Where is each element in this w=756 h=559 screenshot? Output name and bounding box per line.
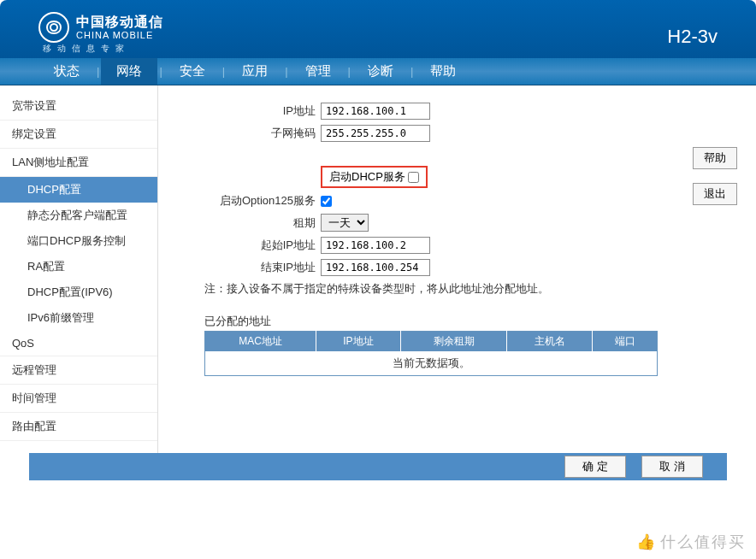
allocated-table: MAC地址IP地址剩余租期主机名端口 当前无数据项。 <box>204 331 658 376</box>
cancel-button[interactable]: 取 消 <box>641 456 703 478</box>
nav-item-3[interactable]: 应用 <box>227 58 283 85</box>
brand-en: CHINA MOBILE <box>76 30 163 40</box>
nav-item-5[interactable]: 诊断 <box>352 58 409 85</box>
sidebar-broadband[interactable]: 宽带设置 <box>0 92 157 121</box>
lease-label: 租期 <box>167 215 321 231</box>
option125-checkbox[interactable] <box>321 196 332 207</box>
brand-cn: 中国移动通信 <box>76 15 163 30</box>
sidebar-route[interactable]: 路由配置 <box>0 413 157 441</box>
model-label: H2-3v <box>667 26 718 48</box>
ok-button[interactable]: 确 定 <box>564 456 626 478</box>
dhcp-enable-label: 启动DHCP服务 <box>329 169 405 185</box>
start-ip-label: 起始IP地址 <box>167 238 321 253</box>
sidebar-lan-sub-2[interactable]: 端口DHCP服务控制 <box>0 228 157 254</box>
nav-item-2[interactable]: 安全 <box>164 58 221 85</box>
sidebar: 宽带设置 绑定设置 LAN侧地址配置 DHCP配置静态分配客户端配置端口DHCP… <box>0 85 158 453</box>
sidebar-remote[interactable]: 远程管理 <box>0 356 157 385</box>
sidebar-time[interactable]: 时间管理 <box>0 385 157 413</box>
nav-item-0[interactable]: 状态 <box>38 58 95 85</box>
note-text: 注：接入设备不属于指定的特殊设备类型时，将从此地址池分配地址。 <box>204 281 739 297</box>
brand-sub: 移动信息专家 <box>43 43 130 55</box>
sidebar-binding[interactable]: 绑定设置 <box>0 121 157 149</box>
main-nav: 状态|网络|安全|应用|管理|诊断|帮助 <box>0 58 756 85</box>
lease-select[interactable]: 一天 <box>321 214 369 232</box>
sidebar-lan-sub-0[interactable]: DHCP配置 <box>0 177 157 203</box>
main-panel: 帮助 退出 IP地址 子网掩码 启动DHCP服务 启动Option125服务 租… <box>158 85 756 453</box>
th-0: MAC地址 <box>205 332 316 352</box>
sidebar-lan-group[interactable]: LAN侧地址配置 <box>0 149 157 177</box>
help-button[interactable]: 帮助 <box>693 147 737 169</box>
logo-area: 中国移动通信 CHINA MOBILE <box>38 12 163 43</box>
table-title: 已分配的地址 <box>204 314 739 329</box>
mask-input[interactable] <box>321 125 430 142</box>
sidebar-lan-sub-5[interactable]: IPv6前缀管理 <box>0 305 157 331</box>
sidebar-lan-sub-4[interactable]: DHCP配置(IPV6) <box>0 280 157 305</box>
sidebar-lan-sub-3[interactable]: RA配置 <box>0 254 157 280</box>
footer-bar: 确 定 取 消 <box>29 453 727 480</box>
end-ip-label: 结束IP地址 <box>167 260 321 275</box>
nav-item-6[interactable]: 帮助 <box>415 58 471 85</box>
th-4: 端口 <box>593 332 658 352</box>
table-empty: 当前无数据项。 <box>205 351 658 376</box>
sidebar-qos[interactable]: QoS <box>0 331 157 356</box>
th-2: 剩余租期 <box>400 332 507 352</box>
mask-label: 子网掩码 <box>167 126 321 141</box>
end-ip-input[interactable] <box>321 259 430 276</box>
ip-input[interactable] <box>321 103 430 120</box>
nav-item-1[interactable]: 网络 <box>101 58 157 85</box>
ip-label: IP地址 <box>167 103 321 119</box>
exit-button[interactable]: 退出 <box>693 183 737 205</box>
th-3: 主机名 <box>507 332 593 352</box>
start-ip-input[interactable] <box>321 237 430 254</box>
th-1: IP地址 <box>316 332 401 352</box>
nav-item-4[interactable]: 管理 <box>290 58 346 85</box>
option125-label: 启动Option125服务 <box>167 193 321 209</box>
dhcp-enable-highlight: 启动DHCP服务 <box>321 166 428 188</box>
header: 中国移动通信 CHINA MOBILE 移动信息专家 H2-3v <box>0 0 756 58</box>
dhcp-enable-checkbox[interactable] <box>408 172 419 183</box>
sidebar-lan-sub-1[interactable]: 静态分配客户端配置 <box>0 203 157 228</box>
logo-icon <box>38 12 69 43</box>
